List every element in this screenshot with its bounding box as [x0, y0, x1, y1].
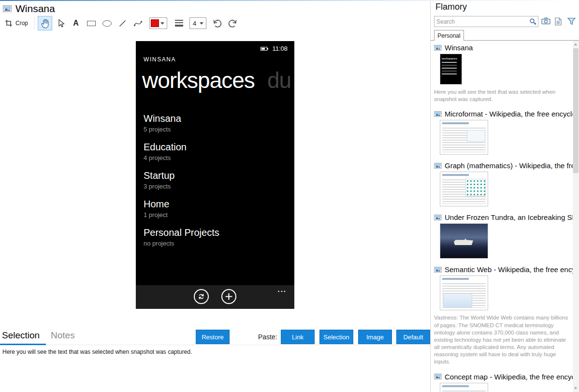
- history-item-note: Vastness: The World Wide Web contains ma…: [434, 314, 573, 365]
- workspace-count: 3 projects: [144, 182, 219, 190]
- snapshot-icon: [434, 163, 442, 169]
- color-picker-dropdown[interactable]: [149, 17, 167, 29]
- tab-personal[interactable]: Personal: [434, 30, 464, 41]
- document-icon[interactable]: [555, 17, 562, 26]
- list-item: Home 1 project: [144, 198, 219, 219]
- list-item: Personal Projects no projects: [144, 226, 219, 247]
- search-icon[interactable]: [529, 18, 538, 25]
- text-tool-button[interactable]: A: [69, 16, 83, 30]
- snapshot-icon: [434, 267, 442, 273]
- history-item-title: Semantic Web - Wikipedia, the free encyc…: [445, 265, 573, 274]
- editor-pane: Winsana Crop: [0, 1, 430, 392]
- filter-icon[interactable]: [567, 17, 576, 25]
- phone-status-bar: 11:08: [261, 45, 288, 52]
- curve-tool-button[interactable]: [130, 16, 145, 30]
- scroll-up-icon[interactable]: [574, 43, 577, 45]
- workspace-list: Winsana 5 projects Education 4 projects …: [144, 112, 219, 255]
- history-item-header[interactable]: Semantic Web - Wikipedia, the free encyc…: [434, 265, 573, 274]
- sidebar-scrollbar[interactable]: [573, 41, 579, 392]
- history-item-title: Microformat - Wikipedia, the free encycl…: [445, 110, 573, 118]
- workspace-name: Startup: [144, 169, 219, 182]
- history-thumbnail[interactable]: [440, 120, 488, 155]
- history-thumbnail[interactable]: [440, 223, 488, 259]
- history-item[interactable]: Microformat - Wikipedia, the free encycl…: [434, 110, 573, 155]
- history-item-title: Under Frozen Tundra, an Icebreaking Ship…: [445, 213, 573, 221]
- size-dropdown[interactable]: 4: [189, 17, 206, 29]
- workspace-count: no projects: [144, 239, 219, 247]
- redo-button[interactable]: [225, 16, 240, 30]
- snapshot-icon: [434, 111, 442, 117]
- history-thumbnail[interactable]: [440, 383, 488, 392]
- history-item-header[interactable]: Graph (mathematics) - Wikipedia, the fre…: [434, 161, 573, 170]
- thickness-icon: [175, 20, 183, 27]
- snapshot-icon: [434, 215, 442, 220]
- history-item-header[interactable]: Under Frozen Tundra, an Icebreaking Ship…: [434, 213, 573, 221]
- color-swatch-red: [151, 19, 159, 27]
- sync-button: [194, 289, 209, 304]
- snapshot-icon: [434, 45, 442, 51]
- history-item-title: Concept map - Wikipedia, the free encycl…: [445, 373, 573, 381]
- phone-app-bar: ...: [136, 285, 294, 309]
- rectangle-tool-button[interactable]: [84, 16, 99, 30]
- history-thumbnail[interactable]: workspaces: [440, 54, 462, 85]
- text-tool-icon: A: [73, 19, 79, 28]
- undo-icon: [212, 18, 222, 28]
- camera-icon[interactable]: [541, 17, 550, 25]
- phone-app-name: WINSANA: [144, 56, 176, 63]
- history-thumbnail[interactable]: [440, 172, 488, 206]
- workspace-count: 1 project: [144, 211, 219, 219]
- history-item[interactable]: Concept map - Wikipedia, the free encycl…: [434, 373, 573, 392]
- ellipse-tool-button[interactable]: [100, 16, 114, 30]
- history-item[interactable]: Under Frozen Tundra, an Icebreaking Ship…: [434, 213, 573, 259]
- paste-image-button[interactable]: Image: [358, 330, 392, 344]
- curve-icon: [133, 19, 143, 28]
- battery-icon: [261, 46, 269, 51]
- thumb-mini-text: workspaces: [442, 57, 461, 60]
- tab-selection[interactable]: Selection: [2, 330, 40, 341]
- paste-selection-button[interactable]: Selection: [319, 330, 353, 344]
- flamory-sidebar: Flamory: [430, 1, 579, 392]
- app-window: Winsana Crop: [0, 0, 579, 392]
- line-thickness-button[interactable]: [172, 16, 186, 30]
- scrollbar-thumb[interactable]: [573, 48, 579, 173]
- crop-label: Crop: [15, 20, 28, 27]
- crop-icon: [5, 19, 13, 27]
- line-tool-button[interactable]: [115, 16, 130, 30]
- line-icon: [118, 19, 127, 28]
- editor-toolbar: Crop A: [0, 15, 430, 32]
- history-item[interactable]: Semantic Web - Wikipedia, the free encyc…: [434, 265, 573, 365]
- history-item[interactable]: Winsana workspaces Here you will see the…: [434, 44, 573, 103]
- workspace-count: 5 projects: [144, 125, 219, 133]
- history-item-header[interactable]: Winsana: [434, 44, 573, 52]
- paste-link-button[interactable]: Link: [281, 330, 315, 344]
- undo-button[interactable]: [210, 16, 224, 30]
- chevron-down-icon: [160, 22, 164, 25]
- add-button: [221, 289, 236, 304]
- history-item-note: Here you will see the text that was sele…: [434, 88, 573, 103]
- rectangle-icon: [87, 21, 96, 26]
- crop-button[interactable]: Crop: [4, 17, 32, 29]
- tab-notes[interactable]: Notes: [51, 330, 75, 341]
- snapshot-icon: [3, 5, 12, 12]
- history-thumbnail[interactable]: [440, 276, 488, 310]
- size-value: 4: [193, 20, 196, 27]
- history-item-header[interactable]: Concept map - Wikipedia, the free encycl…: [434, 373, 573, 381]
- active-tab-underline: [0, 344, 46, 345]
- paste-default-button[interactable]: Default: [396, 330, 430, 344]
- list-item: Education 4 projects: [144, 141, 219, 162]
- hand-tool-button[interactable]: [38, 16, 52, 30]
- snapshot-canvas[interactable]: 11:08 WINSANA workspacesdu Winsana 5 pro…: [136, 41, 294, 309]
- select-tool-button[interactable]: [53, 16, 68, 30]
- phone-panorama-title: workspacesdu: [142, 67, 291, 93]
- history-item-header[interactable]: Microformat - Wikipedia, the free encycl…: [434, 110, 573, 118]
- history-item-title: Winsana: [445, 44, 473, 52]
- window-title-bar: Winsana: [3, 3, 55, 15]
- restore-button[interactable]: Restore: [196, 330, 230, 344]
- panorama-title-next: du: [267, 68, 291, 93]
- paste-label: Paste:: [258, 333, 277, 341]
- search-input[interactable]: [434, 16, 529, 27]
- scroll-down-icon[interactable]: [574, 387, 577, 390]
- history-item[interactable]: Graph (mathematics) - Wikipedia, the fre…: [434, 161, 573, 206]
- history-item-title: Graph (mathematics) - Wikipedia, the fre…: [445, 161, 573, 170]
- toolbar-separator: [34, 17, 35, 29]
